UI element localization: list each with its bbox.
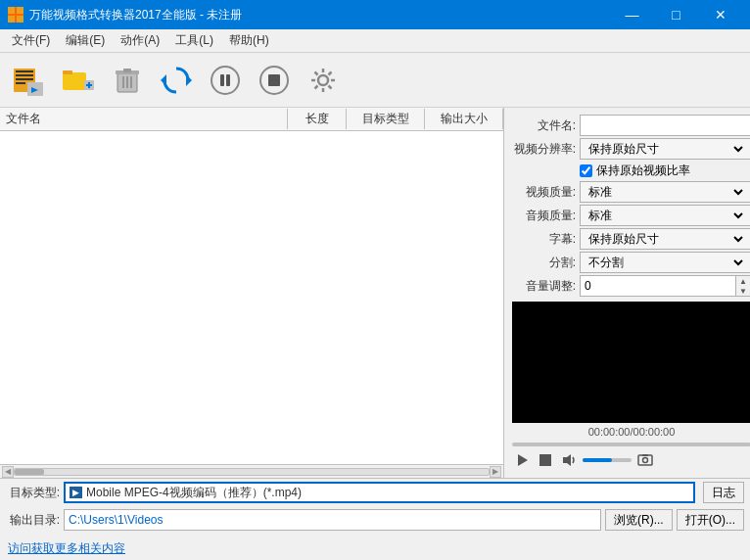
close-button[interactable]: ✕ xyxy=(698,0,742,29)
svg-rect-25 xyxy=(220,74,224,86)
volume-spinner-btns: ▲ ▼ xyxy=(735,275,750,297)
col-header-duration: 长度 xyxy=(288,109,347,129)
volume-down-btn[interactable]: ▼ xyxy=(736,286,750,296)
svg-rect-2 xyxy=(8,16,15,23)
window-controls: — □ ✕ xyxy=(610,0,742,29)
svg-rect-6 xyxy=(16,74,33,76)
svg-rect-11 xyxy=(63,72,86,90)
svg-marker-32 xyxy=(563,454,571,466)
keep-ratio-row: 保持原始视频比率 xyxy=(512,161,750,180)
target-type-row: 目标类型: ▶ Mobile MPEG-4视频编码（推荐）(*.mp4) 日志 xyxy=(0,479,750,506)
split-row: 分割: 不分割 xyxy=(512,251,750,274)
svg-rect-31 xyxy=(539,454,551,466)
volume-fill xyxy=(583,458,612,462)
volume-label: 音量调整: xyxy=(512,278,576,295)
keep-ratio-checkbox[interactable] xyxy=(580,164,592,177)
svg-rect-0 xyxy=(8,7,15,14)
target-type-select-wrap: ▶ Mobile MPEG-4视频编码（推荐）(*.mp4) xyxy=(64,482,695,503)
menu-bar: 文件(F) 编辑(E) 动作(A) 工具(L) 帮助(H) xyxy=(0,29,750,53)
volume-up-btn[interactable]: ▲ xyxy=(736,276,750,286)
resolution-label: 视频分辨率: xyxy=(512,141,576,158)
svg-rect-33 xyxy=(638,455,652,465)
output-dir-input[interactable] xyxy=(64,509,601,531)
svg-rect-26 xyxy=(226,74,230,86)
log-button[interactable]: 日志 xyxy=(703,482,744,503)
player-stop-button[interactable] xyxy=(536,450,555,470)
filename-row: 文件名: xyxy=(512,114,750,137)
col-header-size: 输出大小 xyxy=(425,109,503,129)
open-button[interactable]: 打开(O)... xyxy=(677,509,744,531)
menu-edit[interactable]: 编辑(E) xyxy=(58,30,113,51)
player-controls xyxy=(512,441,750,448)
svg-rect-12 xyxy=(63,70,72,74)
seek-bar[interactable] xyxy=(512,443,750,446)
hscroll-track[interactable] xyxy=(14,468,490,476)
svg-rect-3 xyxy=(17,16,23,23)
subtitle-row: 字幕: 保持原始尺寸 xyxy=(512,227,750,251)
delete-button[interactable] xyxy=(106,59,149,102)
browse-button[interactable]: 浏览(R)... xyxy=(605,509,673,531)
subtitle-select[interactable]: 保持原始尺寸 xyxy=(585,231,746,247)
bottom-area: 目标类型: ▶ Mobile MPEG-4视频编码（推荐）(*.mp4) 日志 … xyxy=(0,478,750,537)
stop-button[interactable] xyxy=(253,59,296,102)
horizontal-scrollbar[interactable]: ◀ ▶ xyxy=(0,464,503,478)
keep-ratio-label: 保持原始视频比率 xyxy=(596,163,690,179)
audio-quality-select-wrap: 标准 xyxy=(580,205,750,226)
target-type-icon: ▶ xyxy=(70,487,82,498)
output-dir-label: 输出目录: xyxy=(6,512,60,529)
add-video-button[interactable] xyxy=(8,59,51,102)
pause-button[interactable] xyxy=(204,59,247,102)
minimize-button[interactable]: — xyxy=(610,0,654,29)
col-header-filename: 文件名 xyxy=(0,109,288,129)
split-select-wrap: 不分割 xyxy=(580,252,750,273)
svg-rect-7 xyxy=(16,78,33,80)
settings-button[interactable] xyxy=(302,59,345,102)
menu-tools[interactable]: 工具(L) xyxy=(167,30,221,51)
svg-rect-8 xyxy=(16,82,25,84)
svg-point-24 xyxy=(211,67,239,94)
window-title: 万能视频格式转换器2017全能版 - 未注册 xyxy=(29,7,610,23)
svg-rect-1 xyxy=(17,7,23,14)
output-dir-row: 输出目录: 浏览(R)... 打开(O)... xyxy=(0,506,750,534)
filename-input[interactable] xyxy=(580,115,750,136)
volume-row: 音量调整: ▲ ▼ xyxy=(512,274,750,298)
target-type-value: Mobile MPEG-4视频编码（推荐）(*.mp4) xyxy=(86,485,689,501)
volume-input[interactable] xyxy=(580,275,735,297)
audio-quality-select[interactable]: 标准 xyxy=(585,208,746,223)
add-folder-button[interactable] xyxy=(57,59,100,102)
maximize-button[interactable]: □ xyxy=(654,0,698,29)
video-preview xyxy=(512,302,750,423)
footer-row: 访问获取更多相关内容 xyxy=(0,537,750,560)
svg-rect-28 xyxy=(268,74,280,86)
subtitle-label: 字幕: xyxy=(512,231,576,248)
svg-rect-18 xyxy=(123,69,131,72)
volume-slider[interactable] xyxy=(583,458,632,462)
toolbar xyxy=(0,53,750,108)
file-panel: 文件名 长度 目标类型 输出大小 ◀ ▶ xyxy=(0,108,504,478)
screenshot-button[interactable] xyxy=(635,450,655,470)
split-select[interactable]: 不分割 xyxy=(585,255,746,270)
hscroll-thumb[interactable] xyxy=(15,469,44,475)
menu-action[interactable]: 动作(A) xyxy=(113,30,167,51)
svg-point-34 xyxy=(643,458,648,463)
split-label: 分割: xyxy=(512,255,576,271)
audio-quality-row: 音频质量: 标准 xyxy=(512,204,750,227)
convert-button[interactable] xyxy=(155,59,198,102)
resolution-row: 视频分辨率: 保持原始尺寸 xyxy=(512,137,750,161)
video-quality-label: 视频质量: xyxy=(512,184,576,201)
main-content: 文件名 长度 目标类型 输出大小 ◀ ▶ 文件名: xyxy=(0,108,750,560)
resolution-select[interactable]: 保持原始尺寸 xyxy=(585,141,746,157)
video-quality-select[interactable]: 标准 xyxy=(585,184,746,200)
volume-icon xyxy=(559,450,579,470)
player-time-total: 00:00:00 xyxy=(633,426,676,438)
svg-marker-22 xyxy=(186,74,192,86)
filename-label: 文件名: xyxy=(512,117,576,134)
audio-quality-label: 音频质量: xyxy=(512,208,576,224)
player-time-row: 00:00:00 / 00:00:00 xyxy=(512,423,750,441)
more-content-link[interactable]: 访问获取更多相关内容 xyxy=(8,540,125,557)
menu-file[interactable]: 文件(F) xyxy=(4,30,58,51)
player-time-current: 00:00:00 xyxy=(588,426,631,438)
app-icon xyxy=(8,7,23,23)
play-button[interactable] xyxy=(512,450,532,470)
menu-help[interactable]: 帮助(H) xyxy=(221,30,277,51)
